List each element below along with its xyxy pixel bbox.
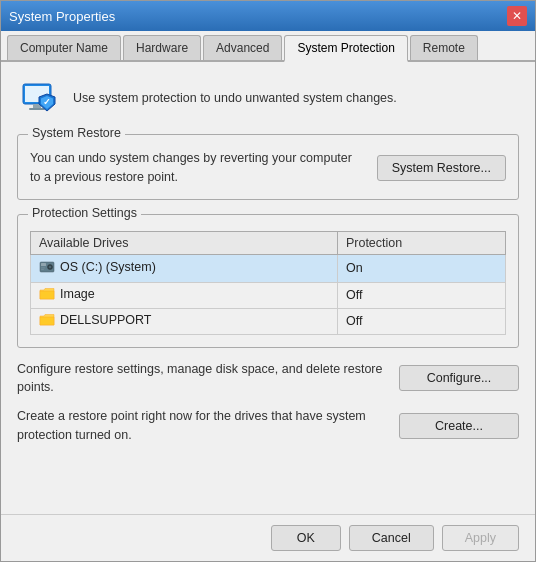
drive-image-label: Image: [60, 287, 95, 301]
tab-computer-name[interactable]: Computer Name: [7, 35, 121, 60]
tabs-container: Computer Name Hardware Advanced System P…: [1, 31, 535, 62]
configure-button[interactable]: Configure...: [399, 365, 519, 391]
window-title: System Properties: [9, 9, 115, 24]
apply-button[interactable]: Apply: [442, 525, 519, 551]
configure-row: Configure restore settings, manage disk …: [17, 360, 519, 398]
system-restore-section: You can undo system changes by reverting…: [30, 145, 506, 187]
col-drives: Available Drives: [31, 231, 338, 254]
drive-dellsupport-label: DELLSUPPORT: [60, 313, 151, 327]
tab-remote[interactable]: Remote: [410, 35, 478, 60]
tab-system-protection[interactable]: System Protection: [284, 35, 407, 62]
footer: OK Cancel Apply: [1, 514, 535, 561]
table-row[interactable]: OS (C:) (System) On: [31, 254, 506, 282]
drive-name-cell: OS (C:) (System): [31, 254, 338, 282]
drive-icon-os: OS (C:) (System): [39, 259, 156, 275]
svg-rect-12: [41, 269, 44, 270]
create-button[interactable]: Create...: [399, 413, 519, 439]
protection-settings-group: Protection Settings Available Drives Pro…: [17, 214, 519, 348]
system-restore-button[interactable]: System Restore...: [377, 155, 506, 181]
cancel-button[interactable]: Cancel: [349, 525, 434, 551]
system-properties-window: System Properties ✕ Computer Name Hardwa…: [0, 0, 536, 562]
main-content: ✓ Use system protection to undo unwanted…: [1, 62, 535, 514]
drive-protection-os: On: [337, 254, 505, 282]
table-row[interactable]: DELLSUPPORT Off: [31, 308, 506, 334]
system-restore-label: System Restore: [28, 126, 125, 140]
create-description: Create a restore point right now for the…: [17, 407, 385, 445]
col-protection: Protection: [337, 231, 505, 254]
svg-point-10: [49, 266, 51, 268]
create-row: Create a restore point right now for the…: [17, 407, 519, 445]
header-section: ✓ Use system protection to undo unwanted…: [17, 76, 519, 120]
system-restore-description: You can undo system changes by reverting…: [30, 149, 363, 187]
table-row[interactable]: Image Off: [31, 282, 506, 308]
drive-protection-dellsupport: Off: [337, 308, 505, 334]
svg-rect-8: [41, 263, 46, 266]
svg-text:✓: ✓: [43, 97, 51, 107]
protection-settings-label: Protection Settings: [28, 206, 141, 220]
drive-icon-image: Image: [39, 287, 95, 301]
drive-protection-image: Off: [337, 282, 505, 308]
tab-advanced[interactable]: Advanced: [203, 35, 282, 60]
configure-description: Configure restore settings, manage disk …: [17, 360, 385, 398]
drive-os-label: OS (C:) (System): [60, 260, 156, 274]
svg-rect-11: [41, 267, 45, 268]
ok-button[interactable]: OK: [271, 525, 341, 551]
drives-table: Available Drives Protection: [30, 231, 506, 335]
drive-name-cell: DELLSUPPORT: [31, 308, 338, 334]
tab-hardware[interactable]: Hardware: [123, 35, 201, 60]
drive-name-cell: Image: [31, 282, 338, 308]
drive-icon-dellsupport: DELLSUPPORT: [39, 313, 151, 327]
close-button[interactable]: ✕: [507, 6, 527, 26]
system-restore-group: System Restore You can undo system chang…: [17, 134, 519, 200]
svg-rect-3: [29, 108, 45, 110]
header-description: Use system protection to undo unwanted s…: [73, 89, 397, 108]
title-bar: System Properties ✕: [1, 1, 535, 31]
shield-icon: ✓: [17, 76, 61, 120]
